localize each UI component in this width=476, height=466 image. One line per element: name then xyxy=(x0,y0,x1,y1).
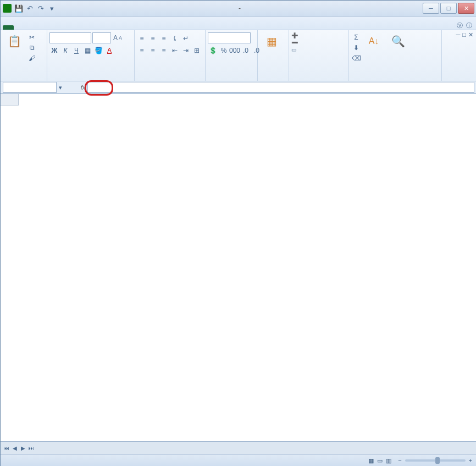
align-top-icon[interactable]: ≡ xyxy=(137,34,147,43)
fx-icon[interactable]: fx xyxy=(79,84,87,91)
sort-filter-icon: A↓ xyxy=(365,32,383,50)
delete-cells-button[interactable]: ➖ xyxy=(291,40,299,46)
editing-group-label xyxy=(351,79,439,80)
insert-cells-icon: ➕ xyxy=(291,32,298,38)
formula-bar-row: ▾ fx xyxy=(1,81,476,94)
zoom-slider[interactable] xyxy=(405,459,466,462)
sheet-nav-prev-icon[interactable]: ◀ xyxy=(11,445,19,451)
clipboard-group-label xyxy=(3,79,45,80)
decrease-font-icon[interactable]: A xyxy=(119,35,122,41)
delete-cells-icon: ➖ xyxy=(291,40,298,46)
underline-icon[interactable]: Ч xyxy=(71,46,81,56)
align-left-icon[interactable]: ≡ xyxy=(137,46,147,56)
fill-icon[interactable]: ⬇ xyxy=(351,43,361,53)
ribbon-tabs: ⓥ ⓘ xyxy=(1,16,476,30)
zoom-out-icon[interactable]: − xyxy=(398,457,401,464)
insert-cells-button[interactable]: ➕ xyxy=(291,32,299,38)
copy-icon[interactable]: ⧉ xyxy=(27,43,37,53)
excel-icon xyxy=(3,4,12,13)
namebox-dropdown-icon[interactable]: ▾ xyxy=(59,84,62,91)
find-icon: 🔍 xyxy=(389,32,407,50)
comma-icon[interactable]: 000 xyxy=(230,46,240,56)
save-icon[interactable]: 💾 xyxy=(14,3,24,13)
merge-icon[interactable]: ⊞ xyxy=(192,46,202,56)
italic-icon[interactable]: К xyxy=(60,46,70,56)
sheet-nav-next-icon[interactable]: ▶ xyxy=(19,445,27,451)
styles-button[interactable]: ▦ xyxy=(260,32,283,51)
status-bar: ▦ ▭ ▥ − + xyxy=(1,454,476,466)
font-size-select[interactable] xyxy=(92,32,111,43)
font-color-icon[interactable]: A xyxy=(104,46,114,56)
fill-color-icon[interactable]: 🪣 xyxy=(93,46,103,56)
quick-access-toolbar: 💾 ↶ ↷ ▾ xyxy=(14,3,57,13)
worksheet-grid[interactable] xyxy=(1,106,476,441)
indent-increase-icon[interactable]: ⇥ xyxy=(181,46,191,56)
help-icon[interactable]: ⓘ xyxy=(466,21,472,30)
doc-minimize-icon[interactable]: ─ xyxy=(456,31,461,38)
sheet-tab-bar: ⏮ ◀ ▶ ⏭ xyxy=(1,441,476,454)
close-button[interactable]: ✕ xyxy=(458,3,474,14)
zoom-in-icon[interactable]: + xyxy=(469,457,472,464)
name-box[interactable] xyxy=(3,82,57,93)
qat-dropdown-icon[interactable]: ▾ xyxy=(47,3,57,13)
wrap-text-icon[interactable]: ↵ xyxy=(181,34,191,43)
view-layout-icon[interactable]: ▭ xyxy=(377,457,383,464)
align-group-label xyxy=(137,79,203,80)
minimize-ribbon-icon[interactable]: ⓥ xyxy=(457,21,463,30)
window-controls: ─ □ ✕ xyxy=(423,3,474,14)
undo-icon[interactable]: ↶ xyxy=(25,3,35,13)
styles-group-label xyxy=(260,79,286,80)
increase-font-icon[interactable]: A xyxy=(113,34,118,42)
border-icon[interactable]: ▦ xyxy=(82,46,92,56)
titlebar: 💾 ↶ ↷ ▾ - ─ □ ✕ xyxy=(1,1,476,16)
maximize-button[interactable]: □ xyxy=(440,3,457,14)
paste-button[interactable]: 📋 xyxy=(3,32,26,51)
doc-restore-icon[interactable]: □ xyxy=(462,31,466,38)
cells-group-label xyxy=(291,79,346,80)
file-tab[interactable] xyxy=(3,25,14,30)
sheet-nav-first-icon[interactable]: ⏮ xyxy=(3,445,10,451)
align-bottom-icon[interactable]: ≡ xyxy=(159,34,169,43)
styles-icon: ▦ xyxy=(263,32,280,50)
percent-icon[interactable]: % xyxy=(219,46,229,56)
formula-bar[interactable] xyxy=(87,82,474,93)
bold-icon[interactable]: Ж xyxy=(49,46,59,56)
find-select-button[interactable]: 🔍 xyxy=(386,32,409,51)
clear-icon[interactable]: ⌫ xyxy=(351,53,361,63)
currency-icon[interactable]: 💲 xyxy=(208,46,218,56)
font-group-label xyxy=(49,79,132,80)
select-all-corner[interactable] xyxy=(1,94,19,106)
view-normal-icon[interactable]: ▦ xyxy=(368,457,374,464)
sort-filter-button[interactable]: A↓ xyxy=(362,32,385,51)
align-middle-icon[interactable]: ≡ xyxy=(148,34,158,43)
doc-close-icon[interactable]: ✕ xyxy=(468,31,473,38)
number-group-label xyxy=(208,79,255,80)
autosum-icon[interactable]: Σ xyxy=(351,32,361,42)
cut-icon[interactable]: ✂ xyxy=(27,32,37,42)
ribbon: 📋 ✂ ⧉ 🖌 A A Ж xyxy=(1,30,476,81)
doc-window-controls: ─ □ ✕ xyxy=(456,31,473,38)
view-pagebreak-icon[interactable]: ▥ xyxy=(386,457,391,464)
increase-decimal-icon[interactable]: .0 xyxy=(241,46,251,56)
indent-decrease-icon[interactable]: ⇤ xyxy=(170,46,180,56)
orientation-icon[interactable]: ⤹ xyxy=(170,34,180,43)
number-format-select[interactable] xyxy=(208,32,251,43)
minimize-button[interactable]: ─ xyxy=(423,3,439,14)
font-name-select[interactable] xyxy=(49,32,91,43)
excel-window: 💾 ↶ ↷ ▾ - ─ □ ✕ ⓥ ⓘ ─ □ ✕ xyxy=(0,0,476,466)
paste-icon: 📋 xyxy=(5,32,23,50)
format-cells-button[interactable]: ▭ xyxy=(291,47,297,53)
format-cells-icon: ▭ xyxy=(291,47,296,53)
redo-icon[interactable]: ↷ xyxy=(36,3,46,13)
window-title: - xyxy=(57,4,423,12)
formula-highlight xyxy=(85,80,113,96)
align-center-icon[interactable]: ≡ xyxy=(148,46,158,56)
align-right-icon[interactable]: ≡ xyxy=(159,46,169,56)
sheet-nav-last-icon[interactable]: ⏭ xyxy=(27,445,35,451)
format-painter-icon[interactable]: 🖌 xyxy=(27,53,37,63)
